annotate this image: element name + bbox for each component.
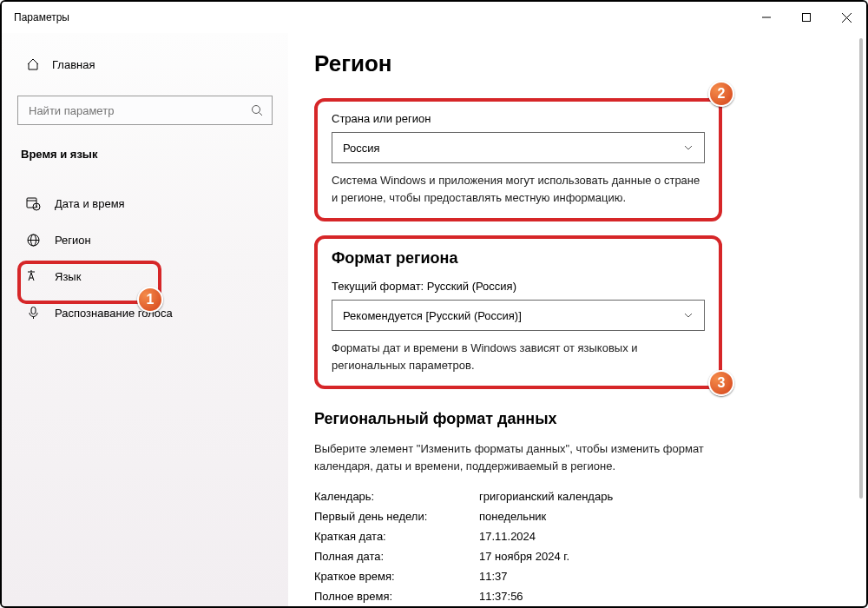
sidebar-item-region[interactable]: Регион <box>17 221 273 258</box>
maximize-button[interactable] <box>786 2 826 33</box>
regional-heading: Региональный формат данных <box>314 410 722 428</box>
annotation-box-2: Страна или регион Россия Система Windows… <box>314 98 722 221</box>
svg-point-4 <box>253 106 260 114</box>
search-box[interactable] <box>17 96 273 125</box>
svg-rect-1 <box>803 14 811 22</box>
table-row: Краткая дата:17.11.2024 <box>314 526 722 546</box>
table-row: Первый день недели:понедельник <box>314 506 722 526</box>
sidebar-item-date-time[interactable]: Дата и время <box>17 185 273 221</box>
table-row: Краткое время:11:37 <box>314 566 722 586</box>
annotation-box-3: Формат региона Текущий формат: Русский (… <box>314 235 722 389</box>
sidebar-item-label: Язык <box>55 270 81 283</box>
format-desc: Форматы дат и времени в Windows зависят … <box>332 340 705 373</box>
country-value: Россия <box>343 142 380 155</box>
regional-section: Региональный формат данных Выберите элем… <box>314 410 722 606</box>
sidebar-home[interactable]: Главная <box>17 49 273 80</box>
microphone-icon <box>26 306 41 321</box>
svg-line-5 <box>260 113 263 116</box>
chevron-down-icon <box>683 310 694 321</box>
country-desc: Система Windows и приложения могут испол… <box>332 172 705 206</box>
globe-icon <box>26 233 41 248</box>
sidebar-category: Время и язык <box>17 148 273 161</box>
format-dropdown[interactable]: Рекомендуется [Русский (Россия)] <box>332 300 705 331</box>
svg-rect-6 <box>27 198 36 208</box>
annotation-badge-2: 2 <box>708 81 734 107</box>
chevron-down-icon <box>683 142 694 153</box>
annotation-badge-1: 1 <box>137 287 163 313</box>
page-title: Регион <box>314 50 832 77</box>
home-icon <box>26 57 40 71</box>
sidebar-home-label: Главная <box>52 58 95 71</box>
search-input[interactable] <box>27 103 251 118</box>
regional-table: Календарь:григорианский календарь Первый… <box>314 486 722 606</box>
format-heading: Формат региона <box>332 249 705 268</box>
close-button[interactable] <box>826 2 866 33</box>
sidebar-item-label: Регион <box>55 234 91 247</box>
calendar-clock-icon <box>26 196 41 211</box>
country-label: Страна или регион <box>332 112 705 125</box>
regional-desc: Выберите элемент "Изменить форматы данны… <box>314 440 722 474</box>
sidebar-item-label: Дата и время <box>55 197 125 210</box>
settings-window: Параметры Главная <box>0 0 868 608</box>
table-row: Полная дата:17 ноября 2024 г. <box>314 546 722 566</box>
sidebar: Главная Время и язык Дата и время <box>2 33 288 606</box>
main-panel: Регион Страна или регион Россия Система … <box>288 33 866 606</box>
content-area: Главная Время и язык Дата и время <box>2 33 866 606</box>
minimize-button[interactable] <box>746 2 786 33</box>
format-current: Текущий формат: Русский (Россия) <box>332 280 705 293</box>
format-value: Рекомендуется [Русский (Россия)] <box>343 309 522 322</box>
svg-line-10 <box>36 207 37 208</box>
window-title: Параметры <box>14 11 69 23</box>
annotation-badge-3: 3 <box>708 370 734 396</box>
table-row: Полное время:11:37:56 <box>314 586 722 606</box>
country-dropdown[interactable]: Россия <box>332 132 705 163</box>
svg-rect-14 <box>31 307 36 314</box>
scrollbar[interactable] <box>859 38 863 499</box>
language-icon <box>26 269 41 284</box>
search-icon <box>251 104 263 116</box>
titlebar: Параметры <box>2 2 866 33</box>
window-controls <box>746 2 866 33</box>
table-row: Календарь:григорианский календарь <box>314 486 722 506</box>
